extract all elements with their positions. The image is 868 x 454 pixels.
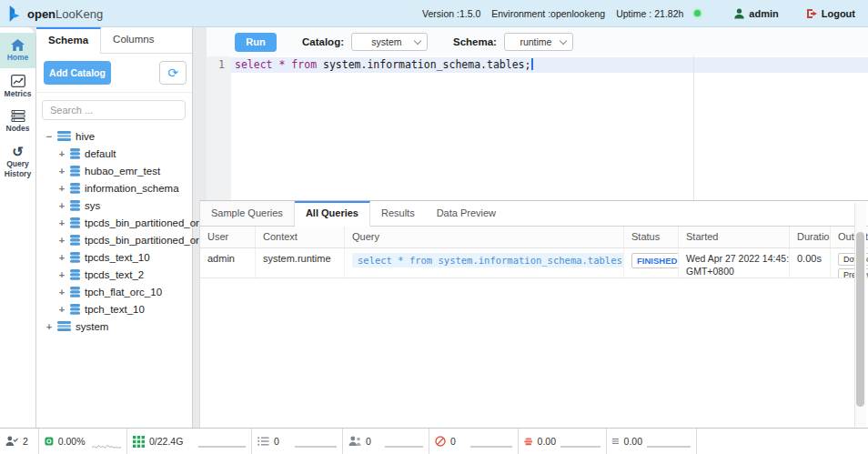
schema-icon <box>70 166 80 177</box>
schema-icon <box>70 217 80 228</box>
brand-text-bold: open <box>27 7 56 21</box>
tab-sample-queries[interactable]: Sample Queries <box>200 201 295 226</box>
schema-icon <box>70 200 80 211</box>
tree-item-tpch-flat-orc-10[interactable]: + tpch_flat_orc_10 <box>36 283 192 300</box>
status-active-workers: 0 <box>343 429 429 454</box>
tree-item-tpch-text-10[interactable]: + tpch_text_10 <box>36 300 192 318</box>
sidebar-item-home[interactable]: Home <box>0 33 35 68</box>
schema-icon <box>70 269 80 280</box>
chevron-down-icon <box>414 37 421 45</box>
sql-editor[interactable]: 1 select * from system.information_schem… <box>207 56 868 200</box>
vertical-scrollbar[interactable] <box>854 203 866 427</box>
column-header-context: Context <box>256 227 345 247</box>
refresh-button[interactable]: ⟳ <box>159 61 187 85</box>
sidebar-item-label: Metrics <box>0 89 35 99</box>
logout-button[interactable]: Logout <box>806 8 855 19</box>
tree-item-label: default <box>85 148 116 159</box>
line-number: 1 <box>207 57 231 73</box>
search-input[interactable] <box>42 100 186 120</box>
tree-item-tpcds-bin-partitioned-orc-2[interactable]: + tpcds_bin_partitioned_orc_2 <box>36 231 192 248</box>
tree-item-label: tpcds_text_10 <box>85 252 150 263</box>
status-reserved-memory: 0.00 <box>519 429 607 454</box>
schema-label: Schema: <box>453 36 497 47</box>
column-header-started: Started <box>679 227 790 247</box>
tree-item-sys[interactable]: + sys <box>36 197 192 214</box>
expand-toggle[interactable]: + <box>56 252 67 263</box>
catalog-select-value: system <box>371 36 401 47</box>
tab-all-queries[interactable]: All Queries <box>295 201 370 227</box>
tree-item-label: hubao_emr_test <box>85 166 160 177</box>
status-memory: 0/22.4G <box>127 429 252 454</box>
openlookeng-app: openLooKeng Version :1.5.0 Environment :… <box>0 0 868 454</box>
tree-item-tpcds-text-10[interactable]: + tpcds_text_10 <box>36 248 192 266</box>
column-header-query: Query <box>345 227 624 247</box>
task-list-icon <box>257 437 269 446</box>
schema-select[interactable]: runtime <box>504 33 573 51</box>
user-menu[interactable]: admin <box>733 8 778 19</box>
tree-item-tpcds-text-2[interactable]: + tpcds_text_2 <box>36 266 192 283</box>
table-row: admin system.runtime select * from syste… <box>200 248 868 278</box>
tree-item-label: information_schema <box>85 183 179 194</box>
query-link[interactable]: select * from system.information_schema.… <box>352 253 624 267</box>
schema-panel: Schema Columns Add Catalog ⟳ − hive + de… <box>36 27 193 428</box>
editor-panel: Run Catalog: system Schema: runtime 1 se… <box>207 27 868 200</box>
add-catalog-button[interactable]: Add Catalog <box>44 61 111 85</box>
schema-select-value: runtime <box>520 36 551 47</box>
expand-toggle[interactable]: + <box>56 183 67 194</box>
health-status-dot <box>694 10 701 16</box>
editor-gutter: 1 <box>207 56 231 200</box>
status-bar-filler <box>697 429 868 454</box>
tree-item-label: tpcds_text_2 <box>85 269 144 280</box>
memory-bricks-icon <box>524 437 533 447</box>
sidebar-item-metrics[interactable]: Metrics <box>0 68 35 105</box>
status-value: 0 <box>366 436 371 447</box>
tree-item-label: sys <box>85 200 100 211</box>
expand-toggle[interactable]: + <box>56 148 67 159</box>
expand-toggle[interactable]: + <box>56 269 67 280</box>
top-bar: openLooKeng Version :1.5.0 Environment :… <box>0 0 868 27</box>
tree-item-hive[interactable]: − hive <box>36 127 192 145</box>
sidebar-item-nodes[interactable]: Nodes <box>0 104 35 139</box>
expand-toggle[interactable]: + <box>56 166 67 177</box>
tab-results[interactable]: Results <box>370 201 426 226</box>
tree-item-information-schema[interactable]: + information_schema <box>36 179 192 197</box>
row-context: system.runtime <box>256 248 345 277</box>
run-button[interactable]: Run <box>235 33 277 52</box>
expand-toggle[interactable]: + <box>56 304 67 315</box>
brand-logo: openLooKeng <box>7 5 103 23</box>
scrollbar-thumb[interactable] <box>856 232 864 407</box>
environment-label: Environment :openlookeng <box>491 8 605 19</box>
tab-schema[interactable]: Schema <box>36 27 101 54</box>
expand-toggle[interactable]: + <box>56 235 67 246</box>
blocked-icon <box>435 436 446 447</box>
tree-item-default[interactable]: + default <box>36 145 192 162</box>
tab-data-preview[interactable]: Data Preview <box>426 201 507 226</box>
schema-icon <box>70 235 80 246</box>
catalog-icon <box>57 131 71 141</box>
expand-toggle[interactable]: + <box>56 287 67 298</box>
expand-toggle[interactable]: + <box>44 321 55 332</box>
tree-item-system[interactable]: + system <box>36 318 192 335</box>
collapse-toggle[interactable]: − <box>44 131 55 142</box>
tab-columns[interactable]: Columns <box>101 27 166 53</box>
status-value: 0.00 <box>624 436 642 447</box>
user-icon <box>733 8 745 19</box>
expand-toggle[interactable]: + <box>56 200 67 211</box>
sql-code-line[interactable]: select * from system.information_schema.… <box>235 57 533 73</box>
column-header-user: User <box>200 227 256 247</box>
sidebar-item-query-history[interactable]: ↺ Query History <box>0 139 35 184</box>
tree-item-tpcds-bin-partitioned-orc-10[interactable]: + tpcds_bin_partitioned_orc_10 <box>36 214 192 231</box>
openlookeng-logo-icon <box>7 5 24 23</box>
catalog-select[interactable]: system <box>351 33 428 51</box>
user-check-icon <box>5 436 18 447</box>
status-value: 0 <box>450 436 456 447</box>
tree-item-hubao-emr-test[interactable]: + hubao_emr_test <box>36 162 192 179</box>
uptime-label: Uptime : 21.82h <box>616 8 683 19</box>
schema-panel-tabs: Schema Columns <box>36 27 192 54</box>
home-icon <box>11 39 25 51</box>
history-icon: ↺ <box>0 146 35 158</box>
tree-item-label: system <box>76 321 108 332</box>
expand-toggle[interactable]: + <box>56 217 67 228</box>
status-bar: 2 0.00% 0/22.4G <box>0 428 868 454</box>
blocked-sparkline <box>470 446 512 448</box>
